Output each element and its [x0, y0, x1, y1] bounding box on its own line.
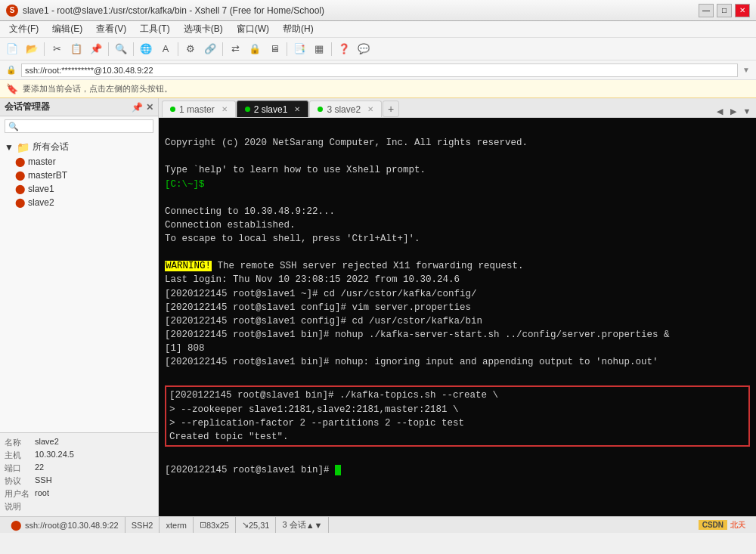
tab-close-slave2[interactable]: ✕	[367, 105, 373, 113]
address-input[interactable]	[21, 63, 738, 77]
status-protocol-text: SSH2	[132, 521, 153, 530]
toolbar-sep-7	[331, 42, 332, 56]
status-pos-icon: ↘	[242, 520, 249, 530]
toolbar-transfer[interactable]: ⇄	[226, 41, 244, 57]
sidebar-title: 会话管理器	[5, 101, 50, 113]
sidebar-item-slave1[interactable]: ⬤ slave1	[0, 182, 158, 196]
toolbar-search[interactable]: 🔍	[112, 41, 130, 57]
toolbar-connect[interactable]: 🔗	[201, 41, 219, 57]
prop-value-host: 10.30.24.5	[35, 450, 74, 461]
tab-bar: 1 master ✕ 2 slave1 ✕ 3 slave2 ✕ + ◀ ▶ ▼	[159, 98, 756, 118]
tab-prev-button[interactable]: ◀	[714, 105, 726, 117]
toolbar-sep-3	[133, 42, 134, 56]
cmd1-text: [2020122145 root@slave1 ~]# cd /usr/csto…	[165, 289, 477, 299]
toolbar-sep-6	[287, 42, 287, 56]
menu-tabs[interactable]: 选项卡(B)	[178, 21, 229, 37]
sidebar-search-input[interactable]	[5, 119, 153, 133]
prop-label-name: 名称	[5, 437, 32, 448]
status-term-text: xterm	[166, 521, 187, 530]
toolbar-lock[interactable]: 🔒	[246, 41, 264, 57]
status-conn-label: ssh://root@10.30.48.9:22	[25, 521, 119, 530]
toolbar-new[interactable]: 📄	[3, 41, 21, 57]
prop-row-note: 说明	[0, 500, 158, 513]
terminal[interactable]: Copyright (c) 2020 NetSarang Computer, I…	[159, 118, 756, 516]
tab-master[interactable]: 1 master ✕	[162, 101, 236, 117]
status-bar: ⬤ ssh://root@10.30.48.9:22 SSH2 xterm ⊡ …	[0, 516, 756, 533]
status-term: xterm	[160, 517, 194, 533]
toolbar-copy[interactable]: 📋	[67, 41, 85, 57]
toolbar-monitor[interactable]: 🖥	[265, 41, 284, 57]
toolbar-font[interactable]: A	[156, 41, 175, 57]
sidebar-item-master[interactable]: ⬤ master	[0, 155, 158, 169]
sidebar-item-slave2[interactable]: ⬤ slave2	[0, 196, 158, 209]
toolbar-columns[interactable]: ▦	[310, 41, 328, 57]
address-bar: 🔒 ▼	[0, 60, 756, 80]
sidebar-item-masterbt[interactable]: ⬤ masterBT	[0, 169, 158, 182]
tab-dot-master	[170, 107, 175, 112]
toolbar: 📄 📂 ✂ 📋 📌 🔍 🌐 A ⚙ 🔗 ⇄ 🔒 🖥 📑 ▦ ❓ 💬	[0, 38, 756, 60]
status-badge: CSDN	[699, 520, 727, 530]
toolbar-sep-4	[178, 42, 178, 56]
menu-window[interactable]: 窗口(W)	[231, 21, 275, 37]
final-prompt: [2020122145 root@slave1 bin]#	[165, 465, 330, 475]
cmd6-text: [2020122145 root@slave1 bin]# nohup: ign…	[165, 357, 658, 367]
tab-add-button[interactable]: +	[383, 101, 399, 117]
toolbar-globe[interactable]: 🌐	[137, 41, 155, 57]
sidebar-search-area	[0, 116, 158, 136]
conn-icon-master: ⬤	[15, 156, 25, 167]
toolbar-paste[interactable]: 📌	[87, 41, 105, 57]
toolbar-settings[interactable]: ⚙	[181, 41, 200, 57]
tab-next-button[interactable]: ▶	[727, 105, 739, 117]
conn-icon-masterbt: ⬤	[15, 170, 25, 181]
prop-row-user: 用户名 root	[0, 487, 158, 500]
tab-nav-buttons: ◀ ▶ ▼	[714, 105, 753, 117]
tab-label-slave1: 2 slave1	[254, 104, 288, 115]
tab-slave1[interactable]: 2 slave1 ✕	[237, 101, 309, 117]
close-button[interactable]: ✕	[735, 4, 750, 17]
title-bar: S slave1 - root@slave1:/usr/cstor/kafka/…	[0, 0, 756, 21]
window-controls[interactable]: — □ ✕	[699, 4, 750, 17]
tab-dot-slave2	[318, 107, 323, 112]
connect-line3: To escape to local shell, press 'Ctrl+Al…	[165, 234, 420, 244]
cmd2-text: [2020122145 root@slave1 config]# vim ser…	[165, 302, 471, 313]
warning-label: WARNING!	[165, 261, 212, 271]
sidebar-close-icon[interactable]: ✕	[146, 102, 153, 113]
tree-group-label-all[interactable]: ▼ 📁 所有会话	[0, 139, 158, 155]
terminal-cursor	[335, 465, 341, 475]
toolbar-more1[interactable]: 📑	[290, 41, 308, 57]
sidebar-item-label-slave2: slave2	[28, 197, 54, 208]
menu-tools[interactable]: 工具(T)	[134, 21, 175, 37]
notification-text: 要添加当前会话，点击左侧的箭头按钮。	[23, 83, 172, 94]
toolbar-help[interactable]: ❓	[335, 41, 353, 57]
tab-menu-button[interactable]: ▼	[741, 105, 753, 117]
toolbar-chat[interactable]: 💬	[355, 41, 373, 57]
local-prompt: [C:\~]$	[165, 179, 205, 190]
status-sessions-up-icon: ▲	[306, 521, 314, 530]
menu-view[interactable]: 查看(V)	[90, 21, 132, 37]
sidebar-header-controls: 📌 ✕	[132, 102, 153, 113]
maximize-button[interactable]: □	[717, 4, 732, 17]
address-dropdown-icon[interactable]: ▼	[742, 66, 750, 74]
menu-file[interactable]: 文件(F)	[3, 21, 45, 37]
prop-row-name: 名称 slave2	[0, 436, 158, 449]
toolbar-cut[interactable]: ✂	[48, 41, 66, 57]
terminal-container: 1 master ✕ 2 slave1 ✕ 3 slave2 ✕ + ◀ ▶ ▼	[159, 98, 756, 516]
menu-help[interactable]: 帮助(H)	[277, 21, 320, 37]
cmd3-text: [2020122145 root@slave1 config]# cd /usr…	[165, 316, 482, 327]
menu-edit[interactable]: 编辑(E)	[46, 21, 88, 37]
sidebar-pin-icon[interactable]: 📌	[132, 102, 143, 113]
tree-group-text: 所有会话	[33, 141, 69, 153]
highlight-line4: Created topic "test".	[169, 432, 289, 442]
prop-value-protocol: SSH	[35, 475, 52, 487]
status-sessions: 3 会话 ▲ ▼	[276, 517, 329, 533]
tab-close-master[interactable]: ✕	[222, 105, 228, 113]
status-size-text: 83x25	[206, 521, 229, 530]
minimize-button[interactable]: —	[699, 4, 714, 17]
tab-slave2[interactable]: 3 slave2 ✕	[309, 101, 382, 117]
tab-close-slave1[interactable]: ✕	[294, 105, 300, 113]
prop-row-port: 端口 22	[0, 462, 158, 475]
toolbar-open[interactable]: 📂	[23, 41, 41, 57]
cmd4-text: [2020122145 root@slave1 bin]# nohup ./ka…	[165, 330, 670, 340]
copyright-text: Copyright (c) 2020 NetSarang Computer, I…	[165, 138, 528, 148]
prop-row-protocol: 协议 SSH	[0, 475, 158, 487]
